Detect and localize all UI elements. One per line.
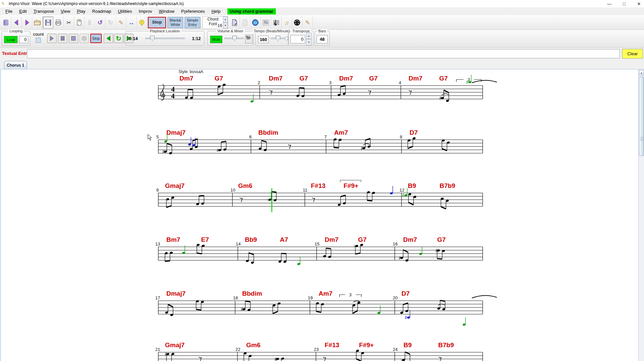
clear-button[interactable]: Clear [622,49,643,59]
chord-symbol[interactable]: Gmaj7 [165,341,185,349]
tempo-field[interactable]: 160 [258,36,269,43]
chord-font-down-icon[interactable]: ▼ [223,23,228,29]
chord-symbol[interactable]: Dmaj7 [166,129,186,136]
forward-button[interactable] [22,17,32,29]
glue-button[interactable] [85,17,95,29]
chord-symbol[interactable]: Dm7 [325,236,339,243]
menu-item-window[interactable]: Window [156,8,178,14]
chord-symbol[interactable]: G7 [299,75,308,82]
leadsheet-panel[interactable]: Style: bossaA234Dm7G7Dm7G7Dm7G7Dm7G744♯♯… [0,69,644,361]
chord-symbol[interactable]: B7b9 [438,341,454,349]
chord-symbol[interactable]: F#9+ [359,341,374,349]
chord-symbol[interactable]: Gmaj7 [165,182,185,189]
textual-entry-input[interactable] [27,49,620,58]
cut-button[interactable]: ✂ [64,17,74,29]
chord-symbol[interactable]: B9 [404,341,412,349]
chord-symbol[interactable]: Gm6 [246,341,260,349]
scrollbar-up-arrow-icon[interactable]: ▲ [639,70,644,75]
stop-active-button[interactable]: Stop [90,34,102,43]
chord-symbol[interactable]: Bm7 [166,236,180,243]
undo-button[interactable]: ↺ [95,17,105,29]
chord-font-spinner[interactable]: Chord Font16▲▼ [202,16,228,29]
mute-button[interactable]: Mute [210,36,222,43]
step-back-button[interactable] [104,34,113,43]
back-button[interactable] [11,17,22,29]
chord-symbol[interactable]: Bbdim [258,129,278,136]
tempo-slider[interactable] [270,38,285,39]
chord-symbol[interactable]: Gm6 [238,182,252,189]
menu-item-view[interactable]: View [57,8,73,14]
loop-playback-button[interactable]: ↻ [114,34,123,43]
expand-button[interactable]: ↔ [126,17,137,29]
improv-notes-button[interactable]: ♫♪ [282,17,292,29]
redo-button[interactable]: ↻ [105,17,116,29]
midi-button[interactable] [292,17,302,29]
new-leadsheet-button[interactable] [1,17,11,29]
tempo-slider-thumb[interactable] [276,36,280,41]
chord-symbol[interactable]: B7b9 [440,182,455,189]
paste-button[interactable] [74,17,85,29]
play-button[interactable] [47,34,57,43]
chord-symbol[interactable]: A7 [280,236,288,243]
menu-item-file[interactable]: File [2,8,16,14]
chord-symbol[interactable]: Am7 [319,290,332,297]
chord-symbol[interactable]: G7 [369,75,378,82]
tab-chorus-1[interactable]: Chorus 1 [4,61,27,69]
chord-symbol[interactable]: G7 [358,236,366,243]
chord-symbol[interactable]: Bbdim [242,290,262,297]
pause-button[interactable] [58,34,67,43]
web-button[interactable] [250,17,261,29]
vertical-scrollbar[interactable]: ▲ [638,69,644,361]
volume-slider[interactable] [224,38,244,39]
chord-symbol[interactable]: G7 [215,75,223,82]
chord-symbol[interactable]: Dm7 [180,75,193,82]
maximize-button[interactable]: □ [621,1,627,6]
count-checkbox[interactable] [36,38,41,43]
chord-symbol[interactable]: Dm7 [403,236,417,243]
volume-slider-thumb[interactable] [232,36,237,41]
menu-item-improv[interactable]: Improv [135,8,156,14]
transpose-field[interactable]: 0 [290,35,305,43]
playback-slider[interactable] [145,38,185,39]
chord-symbol[interactable]: F#13 [325,341,339,349]
menu-item-edit[interactable]: Edit [16,8,30,14]
chord-symbol[interactable]: Bb9 [245,236,257,243]
chord-symbol[interactable]: G7 [437,236,446,243]
chord-symbol[interactable]: D7 [401,290,410,297]
menu-item-transpose[interactable]: Transpose [30,8,57,14]
save-button[interactable] [43,17,53,29]
print-button[interactable] [53,17,64,29]
pencil-button[interactable]: ✎ [116,17,126,29]
menu-item-roadmap[interactable]: Roadmap [89,8,115,14]
stop-square-button[interactable] [69,34,78,43]
menu-item-preferences[interactable]: Preferences [178,8,208,14]
page-button[interactable] [240,17,250,29]
piano-roll-button[interactable] [261,17,271,29]
playback-slider-thumb[interactable] [150,36,155,41]
loop-button[interactable]: Loop [4,36,18,43]
transpose-up-icon[interactable]: ▲ [306,33,312,39]
chord-font-up-icon[interactable]: ▲ [223,17,228,23]
stop-playback-button[interactable]: Stop [148,17,166,28]
chord-symbol[interactable]: Dm7 [269,75,283,82]
menu-item-help[interactable]: Help [208,8,224,14]
chord-symbol[interactable]: E7 [201,236,209,243]
close-button[interactable]: ✕ [636,1,642,6]
chord-symbol[interactable]: D7 [410,129,418,136]
menu-item-play[interactable]: Play [73,8,89,14]
chord-symbol[interactable]: Dm7 [339,75,353,82]
chord-symbol[interactable]: G7 [439,75,448,82]
simple-entry-button[interactable]: SimpleEntry [185,17,200,28]
new-chorus-button[interactable] [229,17,240,29]
notation-button[interactable] [271,17,282,29]
loop-count-field[interactable]: 0 [19,36,28,43]
record-button[interactable] [79,34,89,43]
chord-symbol[interactable]: Dm7 [409,75,422,82]
chord-symbol[interactable]: B9 [408,182,416,189]
menu-item-utilities[interactable]: Utilities [115,8,135,14]
chord-symbol[interactable]: Am7 [334,129,348,136]
music-notation[interactable]: Style: bossaA234Dm7G7Dm7G7Dm7G7Dm7G744♯♯… [1,69,638,361]
mixer-button[interactable] [245,35,253,43]
chord-symbol[interactable]: F#9+ [344,182,358,189]
minimize-button[interactable]: — [606,1,612,6]
